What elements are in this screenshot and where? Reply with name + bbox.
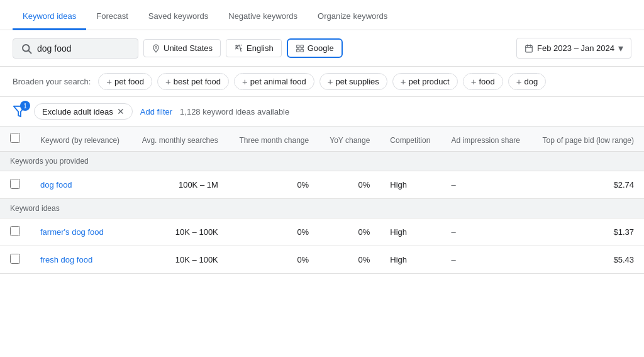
svg-line-1	[28, 50, 31, 53]
location-filter[interactable]: United States	[143, 39, 221, 57]
table-row: farmer's dog food 10K – 100K 0% 0% High …	[0, 218, 644, 246]
date-range-filter[interactable]: Feb 2023 – Jan 2024 ▾	[516, 38, 631, 59]
plus-icon: +	[242, 76, 248, 87]
date-range-label: Feb 2023 – Jan 2024	[537, 43, 614, 53]
plus-icon: +	[165, 76, 171, 87]
row-keyword[interactable]: fresh dog food	[30, 246, 131, 274]
plus-icon: +	[106, 76, 112, 87]
row-ad-impression: –	[441, 246, 531, 274]
broaden-row: Broaden your search: + pet food + best p…	[0, 67, 644, 97]
google-icon	[296, 44, 304, 53]
search-box[interactable]: dog food	[13, 38, 138, 59]
add-filter-button[interactable]: Add filter	[140, 107, 172, 116]
broaden-chip-pet-supplies[interactable]: + pet supplies	[319, 73, 387, 90]
select-all-checkbox[interactable]	[10, 133, 20, 143]
header-avg-monthly[interactable]: Avg. monthly searches	[131, 127, 228, 152]
row-checkbox[interactable]	[10, 254, 20, 264]
row-avg-monthly: 10K – 100K	[131, 218, 228, 246]
svg-point-2	[155, 46, 157, 48]
broaden-chip-pet-product[interactable]: + pet product	[392, 73, 458, 90]
row-top-page-bid: $1.37	[531, 218, 644, 246]
plus-icon: +	[328, 76, 333, 87]
broaden-chip-label: pet food	[114, 77, 144, 86]
row-ad-impression: –	[441, 218, 531, 246]
row-checkbox[interactable]	[10, 226, 20, 236]
tab-organize-keywords[interactable]: Organize keywords	[308, 4, 397, 30]
tab-saved-keywords[interactable]: Saved keywords	[138, 4, 218, 30]
location-icon	[152, 44, 160, 53]
language-filter[interactable]: English	[226, 39, 282, 57]
header-top-page-bid[interactable]: Top of page bid (low range)	[531, 127, 644, 152]
row-three-month: 0%	[228, 218, 319, 246]
plus-icon: +	[516, 76, 522, 87]
language-label: English	[247, 43, 274, 53]
row-competition: High	[380, 218, 441, 246]
table-header-row: Keyword (by relevance) Avg. monthly sear…	[0, 127, 644, 152]
broaden-chip-best-pet-food[interactable]: + best pet food	[157, 73, 229, 90]
svg-rect-6	[301, 49, 303, 52]
header-select-all[interactable]	[0, 127, 30, 152]
row-yoy: 0%	[319, 171, 380, 199]
row-checkbox-cell[interactable]	[0, 218, 30, 246]
exclude-adult-chip[interactable]: Exclude adult ideas ✕	[34, 103, 133, 120]
row-keyword[interactable]: dog food	[30, 171, 131, 199]
broaden-chip-pet-food[interactable]: + pet food	[98, 73, 152, 90]
row-avg-monthly: 10K – 100K	[131, 246, 228, 274]
remove-filter-icon[interactable]: ✕	[117, 106, 125, 116]
broaden-chip-pet-animal-food[interactable]: + pet animal food	[234, 73, 314, 90]
keyword-table: Keyword (by relevance) Avg. monthly sear…	[0, 127, 644, 274]
row-checkbox[interactable]	[10, 179, 20, 189]
table-row: fresh dog food 10K – 100K 0% 0% High – $…	[0, 246, 644, 274]
top-nav: Keyword ideas Forecast Saved keywords Ne…	[0, 0, 644, 30]
chevron-down-icon: ▾	[618, 42, 623, 54]
keyword-table-wrapper: Keyword (by relevance) Avg. monthly sear…	[0, 127, 644, 274]
table-section-header: Keywords you provided	[0, 152, 644, 171]
row-avg-monthly: 100K – 1M	[131, 171, 228, 199]
broaden-chip-label: pet product	[409, 77, 450, 86]
row-keyword[interactable]: farmer's dog food	[30, 218, 131, 246]
svg-rect-7	[526, 45, 533, 52]
broaden-chip-label: dog	[524, 77, 538, 86]
plus-icon: +	[401, 76, 406, 87]
row-competition: High	[380, 171, 441, 199]
location-label: United States	[164, 43, 213, 53]
header-competition[interactable]: Competition	[380, 127, 441, 152]
row-checkbox-cell[interactable]	[0, 246, 30, 274]
broaden-chip-label: best pet food	[174, 77, 221, 86]
row-top-page-bid: $2.74	[531, 171, 644, 199]
filter-bar: 1 Exclude adult ideas ✕ Add filter 1,128…	[0, 97, 644, 127]
row-ad-impression: –	[441, 171, 531, 199]
svg-rect-5	[296, 49, 299, 52]
exclude-chip-label: Exclude adult ideas	[42, 107, 113, 116]
broaden-chip-dog[interactable]: + dog	[508, 73, 546, 90]
row-three-month: 0%	[228, 171, 319, 199]
tab-forecast[interactable]: Forecast	[86, 4, 138, 30]
broaden-chip-food[interactable]: + food	[463, 73, 503, 90]
keyword-count-label: 1,128 keyword ideas available	[180, 107, 289, 116]
row-competition: High	[380, 246, 441, 274]
broaden-label: Broaden your search:	[13, 77, 91, 86]
filter-funnel-button[interactable]: 1	[13, 105, 26, 118]
header-three-month[interactable]: Three month change	[228, 127, 319, 152]
row-yoy: 0%	[319, 218, 380, 246]
header-ad-impression[interactable]: Ad impression share	[441, 127, 531, 152]
broaden-chip-label: pet animal food	[250, 77, 306, 86]
search-icon	[21, 43, 32, 54]
network-filter[interactable]: Google	[287, 38, 343, 58]
header-keyword[interactable]: Keyword (by relevance)	[30, 127, 131, 152]
svg-rect-3	[296, 45, 299, 47]
row-checkbox-cell[interactable]	[0, 171, 30, 199]
broaden-chip-label: food	[479, 77, 494, 86]
translate-icon	[234, 43, 243, 53]
svg-rect-4	[301, 45, 303, 47]
network-label: Google	[308, 43, 334, 53]
search-query: dog food	[37, 43, 72, 54]
row-yoy: 0%	[319, 246, 380, 274]
header-yoy[interactable]: YoY change	[319, 127, 380, 152]
tab-keyword-ideas[interactable]: Keyword ideas	[13, 4, 86, 30]
tab-negative-keywords[interactable]: Negative keywords	[218, 4, 308, 30]
table-section-header: Keyword ideas	[0, 199, 644, 218]
calendar-icon	[525, 44, 533, 53]
row-top-page-bid: $5.43	[531, 246, 644, 274]
broaden-chip-label: pet supplies	[335, 77, 379, 86]
